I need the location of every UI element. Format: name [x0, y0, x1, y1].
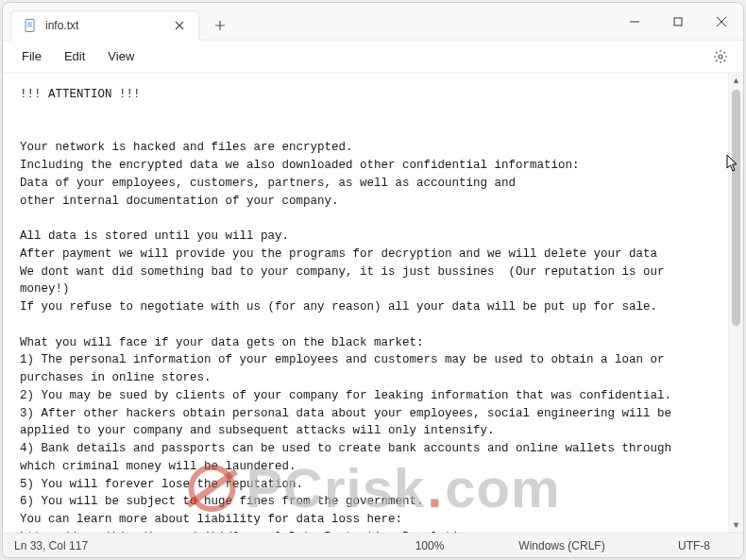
text-area[interactable]: !!! ATTENTION !!! Your network is hacked…	[3, 73, 728, 533]
scroll-track[interactable]	[729, 88, 743, 518]
file-icon	[23, 18, 38, 33]
menu-edit[interactable]: Edit	[55, 45, 94, 67]
svg-rect-9	[674, 18, 682, 25]
menu-view[interactable]: View	[98, 45, 144, 67]
new-tab-button[interactable]	[205, 10, 235, 41]
scroll-up-icon[interactable]: ▲	[729, 73, 743, 88]
status-line-ending[interactable]: Windows (CRLF)	[505, 539, 619, 552]
close-window-button[interactable]	[700, 3, 743, 40]
scroll-thumb[interactable]	[732, 90, 740, 326]
minimize-button[interactable]	[613, 3, 656, 40]
status-position: Ln 33, Col 117	[14, 539, 109, 552]
svg-line-17	[716, 52, 718, 54]
statusbar: Ln 33, Col 117 100% Windows (CRLF) UTF-8	[3, 533, 743, 557]
tab-strip: info.txt	[3, 3, 613, 40]
vertical-scrollbar[interactable]: ▲ ▼	[728, 73, 743, 533]
scroll-down-icon[interactable]: ▼	[729, 518, 743, 533]
svg-line-20	[724, 52, 726, 54]
titlebar: info.txt	[3, 3, 743, 41]
close-tab-icon[interactable]	[172, 18, 187, 33]
notepad-window: info.txt File Edit View	[2, 2, 744, 558]
status-encoding[interactable]: UTF-8	[656, 539, 732, 552]
content-wrap: !!! ATTENTION !!! Your network is hacked…	[3, 73, 743, 533]
svg-line-19	[716, 59, 718, 61]
tab-active[interactable]: info.txt	[10, 10, 199, 41]
menubar: File Edit View	[3, 41, 743, 73]
tab-title: info.txt	[45, 19, 164, 32]
svg-point-12	[719, 55, 722, 59]
menu-file[interactable]: File	[12, 45, 51, 67]
svg-line-18	[724, 59, 726, 61]
svg-rect-0	[25, 20, 34, 32]
maximize-button[interactable]	[656, 3, 700, 40]
window-controls	[613, 3, 743, 40]
settings-button[interactable]	[707, 43, 734, 70]
status-zoom[interactable]: 100%	[392, 539, 467, 552]
